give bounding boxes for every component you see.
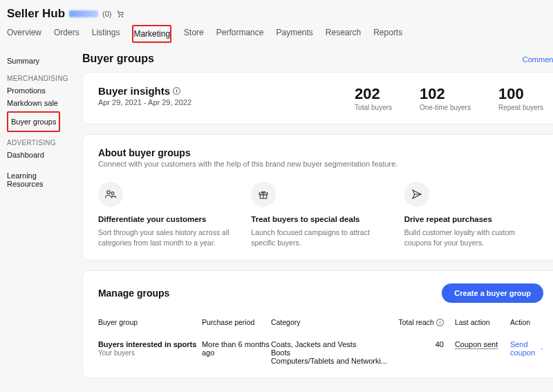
main-content: Buyer groups Comments Buyer insights i A… — [74, 47, 553, 392]
sidebar-item-learning[interactable]: Learning Resources — [7, 171, 68, 188]
row-reach: 40 — [388, 340, 444, 348]
stat-onetime-num: 102 — [420, 85, 471, 103]
tab-store[interactable]: Store — [184, 25, 204, 43]
svg-point-3 — [111, 192, 114, 195]
svg-point-0 — [118, 16, 120, 17]
title-row: Seller Hub (0) — [7, 7, 546, 21]
info-icon[interactable]: i — [436, 319, 444, 326]
about-sub: Connect with your customers with the hel… — [98, 160, 543, 168]
cart-icon[interactable] — [116, 10, 124, 18]
stat-onetime-label: One-time buyers — [420, 104, 471, 111]
col-reach: Total reachi — [388, 318, 444, 326]
manage-title: Manage groups — [98, 288, 169, 299]
row-group-sub: Your buyers — [98, 349, 135, 357]
count-badge: (0) — [102, 10, 111, 18]
username-blur — [69, 10, 98, 17]
col-group: Buyer group — [98, 318, 202, 326]
sidebar-item-buyer-groups[interactable]: Buyer groups — [11, 118, 56, 126]
row-category: Coats, Jackets and Vests Boots Computers… — [271, 340, 388, 365]
stat-total-label: Total buyers — [355, 104, 392, 111]
tab-overview[interactable]: Overview — [7, 25, 41, 43]
insights-title: Buyer insights — [98, 85, 170, 97]
insights-date: Apr 29, 2021 - Apr 29, 2022 — [98, 98, 191, 106]
stat-repeat: 100 Repeat buyers — [498, 85, 543, 111]
col-action: Action — [510, 318, 543, 326]
insights-card: Buyer insights i Apr 29, 2021 - Apr 29, … — [82, 72, 553, 124]
chevron-down-icon — [540, 346, 544, 352]
row-group-name: Buyers interested in sports — [98, 340, 196, 348]
sidebar-adv-heading: ADVERTISING — [7, 139, 68, 147]
tab-marketing[interactable]: Marketing — [132, 25, 171, 43]
col-last: Last action — [455, 318, 510, 326]
sidebar-item-markdown[interactable]: Markdown sale — [7, 99, 68, 107]
about-title: About buyer groups — [98, 147, 543, 158]
send-icon — [404, 182, 429, 207]
tab-orders[interactable]: Orders — [54, 25, 79, 43]
feature-2-text: Launch focused campaigns to attract spec… — [251, 227, 390, 248]
col-category: Category — [271, 318, 388, 326]
gift-icon — [251, 182, 276, 207]
create-group-button[interactable]: Create a buyer group — [442, 283, 543, 303]
feature-repeat: Drive repeat purchases Build customer lo… — [404, 182, 543, 248]
feature-3-title: Drive repeat purchases — [404, 215, 543, 223]
feature-3-text: Build customer loyalty with custom coupo… — [404, 227, 543, 248]
feature-2-title: Treat buyers to special deals — [251, 215, 390, 223]
tab-payments[interactable]: Payments — [276, 25, 312, 43]
sidebar-item-dashboard[interactable]: Dashboard — [7, 151, 68, 159]
send-coupon-label: Send coupon — [510, 340, 538, 357]
stat-onetime: 102 One-time buyers — [420, 85, 471, 111]
app-title: Seller Hub — [7, 7, 65, 21]
svg-point-1 — [122, 16, 123, 17]
sidebar-merch-heading: MERCHANDISING — [7, 75, 68, 82]
tab-reports[interactable]: Reports — [373, 25, 402, 43]
stat-total: 202 Total buyers — [355, 85, 392, 111]
tab-research[interactable]: Research — [326, 25, 361, 43]
tab-listings[interactable]: Listings — [92, 25, 120, 43]
feature-1-title: Differentiate your customers — [98, 215, 237, 223]
send-coupon-link[interactable]: Send coupon — [510, 340, 543, 357]
row-last-action[interactable]: Coupon sent — [455, 340, 498, 349]
stat-repeat-num: 100 — [498, 85, 543, 103]
row-period: More than 6 months ago — [202, 340, 271, 357]
main-tabs: Overview Orders Listings Marketing Store… — [7, 25, 546, 47]
about-card: About buyer groups Connect with your cus… — [82, 134, 553, 261]
page-title: Buyer groups — [82, 53, 154, 65]
table-header: Buyer group Purchase period Category Tot… — [98, 318, 543, 330]
table-row: Buyers interested in sports Your buyers … — [98, 340, 543, 365]
stat-repeat-label: Repeat buyers — [498, 104, 543, 111]
manage-card: Manage groups Create a buyer group Buyer… — [82, 270, 553, 378]
sidebar-summary[interactable]: Summary — [7, 57, 68, 65]
svg-point-2 — [107, 191, 111, 194]
feature-deals: Treat buyers to special deals Launch foc… — [251, 182, 390, 248]
people-icon — [98, 182, 123, 207]
info-icon[interactable]: i — [173, 87, 180, 95]
comments-link[interactable]: Comments — [523, 55, 553, 64]
feature-differentiate: Differentiate your customers Sort throug… — [98, 182, 237, 248]
feature-1-text: Sort through your sales history across a… — [98, 227, 237, 248]
sidebar-item-promotions[interactable]: Promotions — [7, 86, 68, 95]
top-bar: Seller Hub (0) Overview Orders Listings … — [0, 0, 553, 47]
sidebar: Summary MERCHANDISING Promotions Markdow… — [0, 47, 74, 392]
stat-total-num: 202 — [355, 85, 392, 103]
tab-performance[interactable]: Performance — [216, 25, 264, 43]
col-period: Purchase period — [202, 318, 271, 326]
